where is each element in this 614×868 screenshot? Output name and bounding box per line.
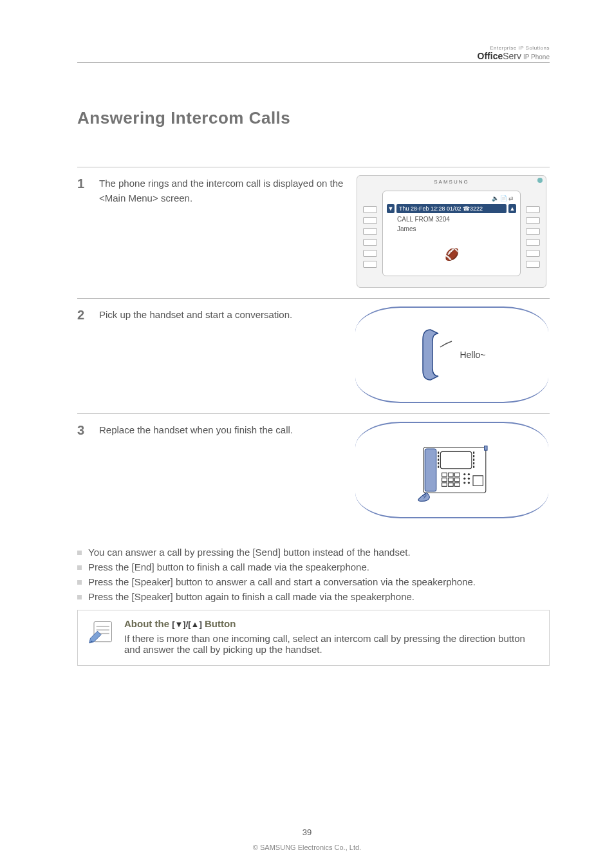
- svg-rect-20: [448, 483, 453, 487]
- bullet-square-icon: [77, 551, 82, 555]
- copyright-text: © SAMSUNG Electronics Co., Ltd.: [0, 844, 614, 851]
- step-text-part-2: screen.: [161, 193, 192, 203]
- handset-icon: [417, 326, 456, 384]
- desk-phone-icon: [404, 435, 500, 505]
- step-illustration: [353, 422, 550, 518]
- list-item: You can answer a call by pressing the [S…: [77, 547, 550, 558]
- down-arrow-icon: ▼: [387, 204, 395, 213]
- svg-rect-5: [438, 458, 439, 460]
- svg-rect-14: [448, 473, 453, 476]
- step-text-em: <Main Menu>: [99, 193, 158, 203]
- step-text-part-1: The phone rings and the intercom call is…: [99, 178, 343, 189]
- svg-rect-8: [473, 451, 474, 453]
- svg-point-22: [463, 473, 465, 475]
- hello-label: Hello~: [460, 350, 485, 360]
- step-1: 1 The phone rings and the intercom call …: [77, 167, 550, 298]
- softkey-button-icon: [526, 206, 540, 213]
- note-title: About the [▼]/[▲] Button: [124, 618, 540, 629]
- transfer-status-icon: ⇄: [508, 195, 514, 202]
- phone-softkeys-right: [526, 206, 540, 268]
- doc-status-icon: 📄: [500, 195, 507, 202]
- note-title-suffix: Button: [202, 618, 236, 629]
- note-content: About the [▼]/[▲] Button If there is mor…: [124, 618, 540, 655]
- phone-lcd-screen: 🔈 📄 ⇄ ▼ Thu 28-Feb 12:28 01/02 ☎3222 ▲ C…: [382, 191, 521, 276]
- svg-rect-15: [454, 473, 460, 476]
- softkey-button-icon: [526, 228, 540, 235]
- step-text: Replace the handset when you finish the …: [99, 422, 353, 438]
- note-title-prefix: About the: [124, 618, 172, 629]
- softkey-button-icon: [363, 228, 377, 235]
- softkey-button-icon: [526, 239, 540, 246]
- lcd-highlight-text: Thu 28-Feb 12:28 01/02 ☎3222: [396, 204, 507, 213]
- softkey-button-icon: [363, 239, 377, 246]
- illustration-frame: [355, 422, 548, 518]
- svg-rect-13: [442, 473, 447, 476]
- softkey-button-icon: [363, 261, 377, 268]
- brand-office: Office: [478, 51, 503, 61]
- svg-rect-10: [473, 458, 474, 460]
- brand-superscript: Enterprise IP Solutions: [478, 45, 550, 51]
- bullet-list: You can answer a call by pressing the [S…: [77, 547, 550, 602]
- svg-rect-4: [438, 455, 439, 457]
- chapter-title: Answering Intercom Calls: [77, 108, 550, 128]
- svg-rect-7: [438, 466, 439, 467]
- step-text: Pick up the handset and start a conversa…: [99, 307, 353, 323]
- svg-rect-17: [448, 478, 453, 482]
- phone-softkeys-left: [363, 206, 377, 268]
- speaker-status-icon: 🔈: [492, 195, 499, 202]
- phone-lcd-illustration: SAMSUNG: [357, 175, 546, 288]
- note-title-buttons: [▼]/[▲]: [172, 619, 202, 629]
- up-arrow-icon: ▲: [508, 204, 516, 213]
- illustration-frame: Hello~: [355, 307, 548, 403]
- svg-point-23: [463, 478, 465, 480]
- softkey-button-icon: [363, 250, 377, 257]
- svg-rect-3: [438, 451, 439, 453]
- bullet-square-icon: [77, 595, 82, 599]
- svg-point-25: [467, 473, 469, 475]
- softkey-button-icon: [363, 217, 377, 224]
- softkey-button-icon: [526, 217, 540, 224]
- page-header: Enterprise IP Solutions OfficeServIP Pho…: [77, 45, 550, 63]
- softkey-button-icon: [526, 250, 540, 257]
- svg-rect-16: [442, 478, 447, 482]
- lcd-line-2: CALL FROM 3204: [387, 216, 516, 223]
- svg-rect-2: [440, 451, 471, 468]
- svg-rect-21: [454, 483, 460, 487]
- softkey-button-icon: [526, 261, 540, 268]
- lcd-highlight-row: ▼ Thu 28-Feb 12:28 01/02 ☎3222 ▲: [387, 204, 516, 213]
- note-box: About the [▼]/[▲] Button If there is mor…: [77, 610, 550, 666]
- svg-rect-6: [438, 462, 439, 464]
- step-illustration: SAMSUNG: [353, 175, 550, 288]
- brand-sub: IP Phone: [523, 53, 550, 61]
- svg-rect-12: [473, 466, 474, 467]
- bullet-text: Press the [End] button to finish a call …: [88, 561, 369, 572]
- bullet-text: Press the [Speaker] button to answer a c…: [88, 576, 476, 587]
- document-page: Enterprise IP Solutions OfficeServIP Pho…: [0, 0, 614, 868]
- step-number: 3: [77, 422, 99, 438]
- svg-rect-28: [473, 476, 483, 486]
- step-illustration: Hello~: [353, 307, 550, 403]
- step-number: 1: [77, 175, 99, 191]
- note-icon: [87, 618, 115, 646]
- step-number: 2: [77, 307, 99, 323]
- steps-list: 1 The phone rings and the intercom call …: [77, 167, 550, 529]
- bullet-text: Press the [Speaker] button again to fini…: [88, 591, 414, 602]
- note-body: If there is more than one incoming call,…: [124, 633, 540, 655]
- list-item: Press the [Speaker] button to answer a c…: [77, 576, 550, 587]
- brand-main: OfficeServIP Phone: [478, 51, 550, 61]
- svg-point-27: [467, 482, 469, 484]
- step-2: 2 Pick up the handset and start a conver…: [77, 298, 550, 413]
- svg-rect-19: [442, 483, 447, 487]
- brand-serv: Serv: [503, 51, 521, 61]
- list-item: Press the [End] button to finish a call …: [77, 561, 550, 572]
- lcd-line-3: James: [387, 225, 516, 232]
- softkey-button-icon: [363, 206, 377, 213]
- svg-rect-29: [484, 446, 487, 451]
- lcd-status-icons: 🔈 📄 ⇄: [387, 195, 516, 202]
- svg-rect-18: [454, 478, 460, 482]
- bullet-text: You can answer a call by pressing the [S…: [88, 547, 411, 558]
- step-text: The phone rings and the intercom call is…: [99, 175, 353, 205]
- list-item: Press the [Speaker] button again to fini…: [77, 591, 550, 602]
- bullet-square-icon: [77, 580, 82, 585]
- brand-block: Enterprise IP Solutions OfficeServIP Pho…: [478, 45, 550, 61]
